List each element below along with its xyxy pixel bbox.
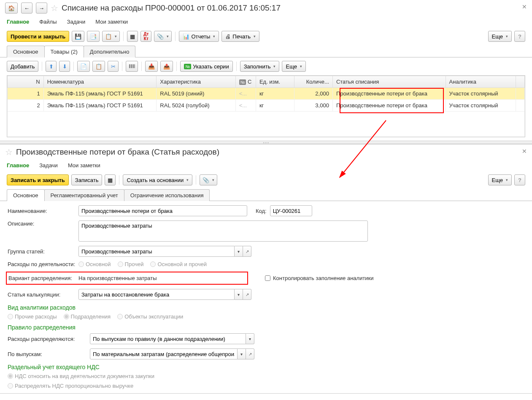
attach-button[interactable]: 📎: [154, 31, 172, 42]
save-button[interactable]: 💾: [72, 31, 84, 42]
tab-main[interactable]: Основное: [7, 46, 45, 57]
col-article[interactable]: Статья списания: [332, 76, 446, 88]
open-button[interactable]: ↗: [246, 348, 254, 359]
activity-main-radio[interactable]: Основной: [78, 261, 111, 267]
tab-additional[interactable]: Дополнительно: [84, 46, 136, 57]
more-button[interactable]: Еще: [488, 174, 512, 185]
reports-button[interactable]: 📊Отчеты: [179, 31, 219, 42]
analytics-other-radio[interactable]: Прочие расходы: [8, 313, 57, 320]
import-icon: 📥: [148, 63, 155, 70]
close-pane-button[interactable]: ✕: [522, 3, 527, 10]
back-button[interactable]: ←: [21, 3, 32, 14]
dropdown-button[interactable]: ▾: [246, 333, 254, 344]
dtkt-button[interactable]: ДтКт: [140, 31, 151, 42]
table-row[interactable]: 1 Эмаль ПФ-115 (эмаль) ГОСТ Р 51691 RAL …: [8, 88, 525, 100]
help-button[interactable]: ?: [514, 31, 525, 42]
desc-textarea[interactable]: [78, 220, 368, 242]
analytics-objects-radio[interactable]: Объекты эксплуатации: [117, 313, 183, 320]
nav-notes[interactable]: Мои заметки: [95, 19, 128, 25]
operation-button[interactable]: 📋: [102, 31, 120, 42]
fill-button[interactable]: Заполнить: [240, 61, 280, 72]
col-characteristic[interactable]: Характеристика: [157, 76, 235, 88]
col-nomenclature[interactable]: Номенклатура: [43, 76, 157, 88]
post-and-close-button[interactable]: Провести и закрыть: [7, 31, 69, 42]
nav-main[interactable]: Главное: [7, 19, 29, 25]
goods-table[interactable]: N Номенклатура Характеристика № С Ед. из…: [7, 76, 525, 137]
structure-button[interactable]: ▦: [127, 31, 138, 42]
copy-button[interactable]: 📄: [77, 61, 90, 72]
split-icon: ✂: [111, 63, 116, 70]
name-input[interactable]: [78, 205, 247, 216]
question-icon: ?: [518, 177, 521, 183]
home-button[interactable]: 🏠: [5, 3, 18, 14]
separator: [119, 175, 119, 185]
dtkt-icon: ДтКт: [143, 32, 149, 41]
nav-notes[interactable]: Мои заметки: [68, 162, 100, 169]
nav-tabs: Главное Файлы Задачи Мои заметки: [0, 16, 532, 29]
calc-input[interactable]: [78, 289, 235, 300]
dropdown-button[interactable]: ▾: [235, 289, 243, 300]
nav-tasks[interactable]: Задачи: [39, 162, 58, 169]
paste-button[interactable]: 📋: [92, 61, 105, 72]
col-analytics[interactable]: Аналитика: [446, 76, 516, 88]
report-icon: 📊: [183, 33, 189, 40]
barcode-button[interactable]: ⦀⦀⦀: [126, 61, 138, 72]
dist-input[interactable]: [90, 333, 246, 344]
create-based-button[interactable]: Создать на основании: [123, 174, 192, 185]
favorite-star-icon[interactable]: ☆: [5, 147, 13, 157]
activity-both-radio[interactable]: Основной и прочей: [150, 261, 207, 267]
group-input[interactable]: [78, 246, 235, 257]
separator: [42, 62, 42, 71]
dropdown-button[interactable]: ▾: [238, 348, 246, 359]
col-quantity[interactable]: Количе...: [294, 76, 332, 88]
move-down-button[interactable]: ⬇: [59, 61, 70, 72]
move-up-button[interactable]: ⬆: [46, 61, 57, 72]
vat-proportional-radio[interactable]: Распределять НДС пропорционально выручке: [8, 383, 133, 389]
issue-input[interactable]: [90, 348, 238, 359]
series-button[interactable]: №Указать серии: [180, 61, 232, 72]
attach-button[interactable]: 📎: [200, 174, 217, 185]
save-icon: 💾: [75, 33, 81, 40]
close-pane-button[interactable]: ✕: [522, 148, 527, 155]
import-button[interactable]: 📥: [145, 61, 158, 72]
tab-regulated[interactable]: Регламентированный учет: [44, 189, 124, 201]
open-button[interactable]: ↗: [243, 289, 251, 300]
nav-files[interactable]: Файлы: [39, 19, 57, 25]
code-input[interactable]: [270, 205, 312, 216]
analytics-division-radio[interactable]: Подразделения: [64, 313, 111, 320]
tab-goods[interactable]: Товары (2): [44, 46, 84, 57]
add-row-button[interactable]: Добавить: [7, 61, 38, 72]
nav-tasks[interactable]: Задачи: [67, 19, 86, 25]
activity-other-radio[interactable]: Прочей: [118, 261, 144, 267]
series-icon: №: [184, 64, 191, 69]
print-button[interactable]: 🖨Печать: [221, 31, 259, 42]
col-unit[interactable]: Ед. изм.: [256, 76, 294, 88]
dropdown-button[interactable]: ▾: [235, 246, 243, 257]
arrow-right-icon: →: [39, 5, 44, 11]
col-extra[interactable]: [516, 76, 525, 88]
more-button[interactable]: Еще: [488, 31, 512, 42]
split-button[interactable]: ✂: [108, 61, 119, 72]
separator: [141, 62, 142, 71]
list-button[interactable]: ▦: [105, 174, 116, 185]
pane-splitter[interactable]: • • •: [0, 141, 532, 144]
forward-button[interactable]: →: [36, 3, 47, 14]
help-button[interactable]: ?: [514, 174, 525, 185]
separator: [176, 62, 177, 71]
save-and-close-button[interactable]: Записать и закрыть: [7, 174, 69, 185]
control-analytics-checkbox[interactable]: Контролировать заполнение аналитики: [265, 275, 374, 281]
post-button[interactable]: 📑: [87, 31, 100, 42]
table-row[interactable]: 2 Эмаль ПФ-115 (эмаль) ГОСТ Р 51691 RAL …: [8, 100, 525, 112]
attach-icon: 📎: [157, 33, 164, 40]
col-n[interactable]: N: [8, 76, 44, 88]
open-button[interactable]: ↗: [243, 246, 251, 257]
vat-activity-radio[interactable]: НДС относить на вид деятельности докумен…: [8, 373, 154, 379]
tab-restriction[interactable]: Ограничение использования: [124, 189, 210, 201]
more-table-button[interactable]: Еще: [282, 61, 305, 72]
save-button[interactable]: Записать: [71, 174, 103, 185]
nav-main[interactable]: Главное: [7, 162, 29, 169]
col-s[interactable]: № С: [235, 76, 256, 88]
tab-main[interactable]: Основное: [7, 189, 45, 201]
export-button[interactable]: 📤: [160, 61, 173, 72]
favorite-star-icon[interactable]: ☆: [51, 3, 58, 13]
